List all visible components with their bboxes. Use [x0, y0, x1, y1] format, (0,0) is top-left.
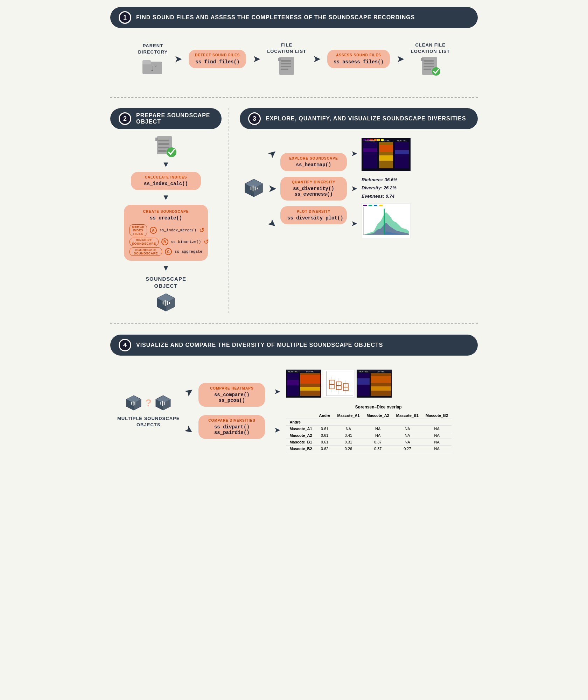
svg-rect-87: [300, 375, 320, 384]
section1: 1 FIND SOUND FILES AND ASSESS THE COMPLE…: [110, 7, 478, 86]
svg-rect-51: [379, 145, 393, 152]
s4-left: ? MULTIPLE SOUNDSCAPE OBJECTS: [117, 394, 180, 428]
plot-box: PLOT DIVERSITY ss_diversity_plot(): [280, 206, 347, 224]
diversity-metrics: Richness: 36.6% Diversity: 26.2% Evennes…: [362, 176, 411, 200]
plot-label: PLOT DIVERSITY: [287, 210, 340, 214]
calc-label: CALCULATE INDICES: [138, 175, 194, 179]
s3-arrows: ➤ ➤ ➤: [268, 136, 276, 241]
andre-andre: [316, 419, 334, 426]
svg-text:NIGHTTIME: NIGHTTIME: [365, 140, 375, 142]
sub-b-code: ss_binarize(): [171, 240, 201, 244]
svg-rect-7: [281, 66, 291, 67]
divider1: [110, 97, 478, 98]
compare-heatmaps-result: NIGHTTIME DAYTIME: [286, 370, 471, 398]
detect-code: ss_find_files(): [195, 59, 240, 65]
s2-down-arrow2: ▼: [162, 193, 170, 202]
s3-results: NIGHTTIME DAYTIME NIGHTTIME Richness: 36…: [362, 136, 411, 241]
assess-label: ASSESS SOUND FILES: [334, 53, 384, 57]
s3-center-cube: [243, 177, 264, 200]
heatmap-result: NIGHTTIME DAYTIME NIGHTTIME: [362, 138, 411, 173]
svg-rect-50: [363, 148, 377, 152]
multiple-objects-label: MULTIPLE SOUNDSCAPE OBJECTS: [117, 415, 180, 428]
andre-b2: [422, 419, 451, 426]
sub-a-label: MERGE INDEX FILES: [130, 224, 147, 236]
section1-flow: PARENT DIRECTORY ♩ ♪ ➤ DETECT SOUND FILE…: [110, 38, 478, 86]
sub-item-b: BINARIZE SOUNDSCAPE B ss_binarize() ↺: [130, 238, 209, 246]
quantify-label: QUANTIFY DIVERSITY: [287, 180, 340, 184]
evenness-val: 0.74: [386, 194, 394, 199]
section2-title: PREPARE SOUNDSCAPE OBJECT: [136, 112, 213, 125]
evenness-label: Evenness:: [362, 194, 384, 199]
assess-box: ASSESS SOUND FILES ss_assess_files(): [327, 50, 390, 68]
sub-c-label: AGGREGATE SOUNDSCAPE: [130, 247, 162, 256]
compare-div-code2: ss_pairdis(): [205, 430, 258, 435]
question-mark-icon: ?: [145, 397, 152, 409]
arrow1: ➤: [175, 54, 182, 64]
s3-arrow-mid: ➤: [268, 183, 276, 194]
compare-heatmap2: NIGHTTIME DAYTIME: [357, 370, 392, 398]
svg-rect-22: [155, 138, 158, 141]
svg-rect-15: [421, 58, 424, 61]
create-label: CREATE SOUNDSCAPE: [130, 210, 202, 214]
compare-div-label: COMPARE DIVERSITIES: [205, 419, 258, 422]
svg-rect-53: [395, 150, 409, 154]
svg-text:♩: ♩: [151, 65, 154, 72]
s3-res-arrow2: ➤: [351, 184, 357, 193]
parent-dir-label: PARENT DIRECTORY: [138, 43, 168, 55]
svg-text:DAYTIME: DAYTIME: [306, 371, 314, 373]
svg-rect-47: [363, 142, 377, 168]
calc-code: ss_index_calc(): [138, 181, 194, 187]
richness-line: Richness: 36.6%: [362, 176, 411, 184]
cube-icon-left: [125, 394, 142, 412]
section2-number: 2: [119, 112, 131, 125]
svg-text:NIGHTTIME: NIGHTTIME: [359, 371, 369, 373]
s2-flow: ▼ CALCULATE INDICES ss_index_calc() ▼ CR…: [110, 136, 222, 313]
section1-header: 1 FIND SOUND FILES AND ASSESS THE COMPLE…: [110, 7, 478, 28]
svg-rect-61: [379, 205, 383, 206]
compare-heatmaps-label: COMPARE HEATMAPS: [205, 386, 258, 390]
create-code: ss_create(): [130, 215, 202, 221]
diversity-val: 26.2%: [384, 185, 397, 190]
quantify-code1: ss_diversity(): [287, 186, 340, 191]
quantify-code2: ss_evenness(): [287, 191, 340, 197]
compare-code1: ss_compare(): [205, 392, 258, 398]
section2-header: 2 PREPARE SOUNDSCAPE OBJECT: [110, 108, 222, 129]
s4-branches: COMPARE HEATMAPS ss_compare() ss_pcoa() …: [198, 383, 268, 439]
soundscape-obj-label: SOUNDSCAPE OBJECT: [146, 275, 186, 289]
compare-chart-middle: [323, 370, 355, 398]
sub-item-c: AGGREGATE SOUNDSCAPE C ss_aggregate: [130, 247, 202, 256]
s2-down-arrow1: ▼: [162, 160, 170, 169]
svg-rect-88: [300, 387, 320, 391]
list-check-icon: [421, 57, 440, 76]
svg-rect-13: [424, 66, 434, 67]
detect-label: DETECT SOUND FILES: [195, 53, 240, 57]
section4-title: VISUALIZE AND COMPARE THE DIVERSITY OF M…: [136, 342, 383, 348]
svg-rect-9: [278, 58, 281, 61]
folder-icon: ♩ ♪: [142, 57, 163, 76]
s4-res-arrow1: ➤: [274, 387, 280, 396]
quantify-box: QUANTIFY DIVERSITY ss_diversity() ss_eve…: [280, 177, 347, 201]
explore-box: EXPLORE SOUNDSCAPE ss_heatmap(): [280, 153, 347, 171]
s3-arrow-down: ➤: [266, 217, 279, 230]
sections-2-3: 2 PREPARE SOUNDSCAPE OBJECT ▼: [110, 108, 478, 313]
svg-rect-14: [424, 69, 431, 70]
section3-number: 3: [248, 112, 261, 125]
svg-rect-109: [371, 386, 391, 391]
richness-label: Richness:: [362, 177, 383, 182]
clean-file-label: CLEAN FILE LOCATION LIST: [411, 42, 450, 55]
sub-item-a: MERGE INDEX FILES A ss_index_merge() ↺: [130, 224, 204, 236]
compare-heatmaps-box: COMPARE HEATMAPS ss_compare() ss_pcoa(): [198, 383, 265, 407]
detect-box: DETECT SOUND FILES ss_find_files(): [189, 50, 246, 68]
table-title: Sørensen–Dice overlap: [286, 405, 471, 410]
svg-rect-11: [424, 60, 434, 62]
s4-arrows: ➤ ➤: [185, 372, 193, 449]
andre-b1: [393, 419, 422, 426]
section4-number: 4: [119, 339, 131, 351]
list-icon: [278, 57, 295, 76]
compare-code2: ss_pcoa(): [205, 398, 258, 403]
sorensen-table-container: Sørensen–Dice overlap Andre Mascote_A1 M…: [286, 405, 471, 452]
sub-b-badge: B: [161, 238, 168, 245]
create-soundscape-box: CREATE SOUNDSCAPE ss_create() MERGE INDE…: [124, 205, 208, 261]
table-row: Mascote_A10.61NANANANA: [286, 426, 451, 432]
clean-file-location: CLEAN FILE LOCATION LIST: [411, 42, 450, 76]
